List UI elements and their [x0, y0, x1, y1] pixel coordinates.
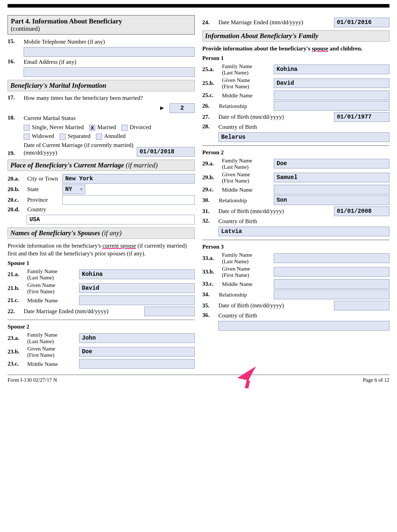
- q23c-input[interactable]: [79, 359, 195, 369]
- spouses-header-text: Names of Beneficiary's Spouses: [10, 229, 100, 237]
- q24-input[interactable]: 01/01/2016: [334, 18, 389, 27]
- q22-input[interactable]: [144, 307, 195, 316]
- q34-num: 34.: [202, 291, 216, 298]
- page-footer: Form I-130 02/27/17 N Page 6 of 12: [8, 375, 389, 388]
- q19-input[interactable]: 01/01/2018: [137, 147, 195, 157]
- q20a-label: City or Town: [27, 175, 60, 183]
- q20d-input[interactable]: USA: [27, 215, 195, 224]
- q36-input[interactable]: [218, 321, 389, 331]
- place-header: Place of Beneficiary's Current Marriage …: [8, 160, 195, 171]
- q35-input[interactable]: [334, 301, 389, 310]
- q23b-num: 23.b.: [8, 348, 25, 355]
- q23c-num: 23.c.: [8, 361, 25, 367]
- q20a-input[interactable]: New York: [62, 174, 195, 184]
- dropdown-icon: ▼: [80, 187, 82, 191]
- q31-input[interactable]: 01/01/2008: [334, 206, 389, 216]
- q21c-input[interactable]: [79, 295, 195, 305]
- q25c-input[interactable]: [274, 91, 389, 100]
- q31-label: Date of Birth (mm/dd/yyyy): [218, 208, 332, 215]
- cb-single[interactable]: [24, 125, 30, 131]
- q17-label: How many times has the beneficiary been …: [24, 94, 195, 102]
- q25b-input[interactable]: David: [274, 78, 389, 88]
- q21a-input[interactable]: Kohina: [79, 270, 195, 279]
- spouse2-title: Spouse 2: [8, 323, 195, 330]
- cb-single-label: Single, Never Married: [32, 124, 84, 130]
- q20d-num: 20.d.: [8, 206, 25, 213]
- q33b-input[interactable]: [274, 267, 389, 277]
- q20d-label: Country: [27, 206, 46, 213]
- q29c-input[interactable]: [274, 185, 389, 194]
- place-header-sub: (if married): [126, 161, 158, 169]
- cb-widowed-label: Widowed: [32, 133, 54, 139]
- q33c-input[interactable]: [274, 279, 389, 289]
- place-header-text: Place of Beneficiary's Current Marriage: [10, 161, 124, 169]
- q16-input[interactable]: [24, 67, 195, 77]
- q22-num: 22.: [8, 308, 22, 315]
- q23a-input[interactable]: John: [79, 333, 195, 343]
- q21c-num: 21.c.: [8, 297, 25, 304]
- q34-input[interactable]: [274, 290, 389, 299]
- q28-num: 28.: [202, 123, 216, 130]
- cb-annulled-label: Annulled: [104, 133, 126, 139]
- spouses-intro: Provide information on the beneficiary's…: [8, 242, 195, 257]
- q29b-input[interactable]: Samuel: [274, 173, 389, 182]
- part4-header: Part 4. Information About Beneficiary (c…: [8, 15, 195, 35]
- q27-input[interactable]: 01/01/1977: [334, 112, 389, 122]
- q32-input[interactable]: Latvia: [218, 227, 389, 236]
- q23b-input[interactable]: Doe: [79, 347, 195, 357]
- q20b-state-select[interactable]: NY ▼: [62, 185, 85, 194]
- cb-divorced[interactable]: [121, 125, 127, 131]
- cb-widowed[interactable]: [24, 134, 30, 140]
- q18-num: 18.: [8, 114, 22, 121]
- underline-spouse: spouse: [312, 45, 328, 52]
- q20c-input[interactable]: [62, 195, 195, 205]
- q25c-num: 25.c.: [202, 92, 219, 99]
- q15-input[interactable]: [24, 47, 195, 57]
- family-intro: Provide information about the beneficiar…: [202, 45, 389, 52]
- q20c-num: 20.c.: [8, 197, 25, 203]
- cb-annulled[interactable]: [96, 134, 102, 140]
- top-rule: [8, 4, 389, 8]
- part4-title: Part 4. Information About Beneficiary: [11, 17, 191, 25]
- person2-title: Person 2: [202, 149, 389, 156]
- q29a-input[interactable]: Doe: [274, 159, 389, 168]
- q32-num: 32.: [202, 218, 216, 224]
- cb-married[interactable]: X: [89, 125, 95, 131]
- cb-separated-label: Separated: [68, 133, 91, 139]
- q24-num: 24.: [202, 19, 216, 26]
- q23a-num: 23.a.: [8, 335, 25, 341]
- divider: [202, 145, 389, 146]
- q35-num: 35.: [202, 302, 216, 309]
- q28-input[interactable]: Belarus: [218, 132, 389, 142]
- q18-label: Current Marital Status: [24, 114, 76, 122]
- q25a-input[interactable]: Kohina: [274, 65, 389, 74]
- q21b-input[interactable]: David: [79, 283, 195, 293]
- q16-num: 16.: [8, 58, 22, 65]
- marital-header: Beneficiary's Marital Information: [8, 80, 195, 91]
- person1-title: Person 1: [202, 55, 389, 62]
- q17-num: 17.: [8, 94, 22, 101]
- q27-num: 27.: [202, 114, 216, 120]
- divider: [8, 320, 195, 320]
- q33a-num: 33.a.: [202, 255, 219, 261]
- spouses-header-sub: (if any): [102, 229, 122, 237]
- q22-label: Date Marriage Ended (mm/dd/yyyy): [24, 308, 142, 315]
- q27-label: Date of Birth (mm/dd/yyyy): [218, 113, 332, 121]
- q31-num: 31.: [202, 208, 216, 215]
- q28-label: Country of Birth: [218, 123, 257, 131]
- q21a-num: 21.a.: [8, 271, 25, 278]
- q26-input[interactable]: [274, 101, 389, 111]
- q33a-input[interactable]: [274, 253, 389, 263]
- cb-separated[interactable]: [60, 134, 66, 140]
- q33c-num: 33.c.: [202, 281, 219, 287]
- q30-input[interactable]: Son: [274, 195, 389, 205]
- spouse1-title: Spouse 1: [8, 260, 195, 267]
- q35-label: Date of Birth (mm/dd/yyyy): [218, 302, 332, 309]
- q29b-num: 29.b.: [202, 174, 219, 181]
- q17-arrow-icon: ►: [159, 105, 165, 111]
- part4-continued: (continued): [11, 25, 191, 32]
- q30-num: 30.: [202, 197, 216, 203]
- q20c-label: Province: [27, 196, 60, 204]
- q17-input[interactable]: 2: [170, 103, 195, 113]
- q25a-num: 25.a.: [202, 66, 219, 73]
